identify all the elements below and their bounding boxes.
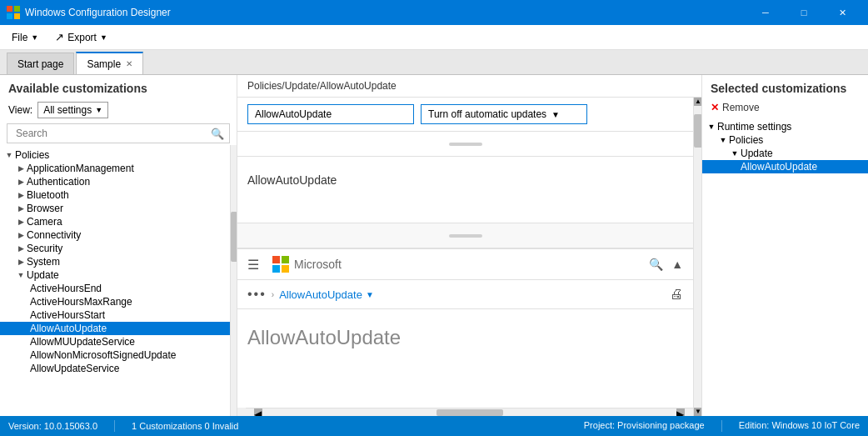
- minimize-button[interactable]: ─: [746, 0, 785, 25]
- ms-brand-label: Microsoft: [294, 258, 342, 271]
- center-content: AllowAutoUpdate Turn off automatic updat…: [237, 98, 693, 416]
- center-bottom-scroll: ◀ ▶: [237, 408, 693, 416]
- tree-item-appmanagement[interactable]: ▶ ApplicationManagement: [0, 162, 230, 175]
- file-menu[interactable]: File ▼: [3, 28, 47, 47]
- bluetooth-arrow: ▶: [15, 191, 27, 199]
- config-row: AllowAutoUpdate Turn off automatic updat…: [237, 98, 693, 132]
- main-layout: Available customizations View: All setti…: [0, 75, 868, 416]
- center-scroll-thumb[interactable]: [694, 114, 701, 148]
- tree-item-camera[interactable]: ▶ Camera: [0, 215, 230, 228]
- tree-item-security[interactable]: ▶ Security: [0, 242, 230, 255]
- status-customizations: 1 Customizations 0 Invalid: [132, 421, 238, 431]
- right-tree-runtime[interactable]: ▼ Runtime settings: [702, 120, 868, 133]
- ms-content: AllowAutoUpdate: [237, 309, 693, 366]
- search-bar: 🔍: [7, 123, 230, 143]
- ms-nav-link-arrow: ▼: [366, 290, 374, 299]
- selected-customizations-title: Selected customizations: [702, 75, 868, 98]
- system-arrow: ▶: [15, 258, 27, 266]
- camera-arrow: ▶: [15, 218, 27, 226]
- view-dropdown[interactable]: All settings ▼: [37, 102, 108, 118]
- start-page-tab[interactable]: Start page: [7, 53, 74, 74]
- tree-item-activehoursstart[interactable]: ActiveHoursStart: [0, 308, 230, 322]
- scroll-left-arrow[interactable]: ◀: [254, 408, 262, 417]
- authentication-arrow: ▶: [15, 178, 27, 186]
- ms-logo-area: ☰ Microsoft: [247, 256, 342, 273]
- left-panel: Available customizations View: All setti…: [0, 75, 237, 416]
- sample-tab[interactable]: Sample ✕: [76, 52, 143, 74]
- svg-rect-1: [14, 6, 20, 12]
- tree-item-browser[interactable]: ▶ Browser: [0, 202, 230, 215]
- tree-item-system[interactable]: ▶ System: [0, 255, 230, 268]
- tree-item-allowautoupdate[interactable]: AllowAutoUpdate: [0, 322, 230, 335]
- status-divider-2: [721, 420, 722, 432]
- search-icon[interactable]: 🔍: [211, 128, 224, 140]
- appmanagement-arrow: ▶: [15, 164, 27, 173]
- ms-square-blue: [272, 265, 280, 273]
- left-panel-inner: ▼ Policies ▶ ApplicationManagement ▶ Aut…: [0, 145, 237, 416]
- scroll-up-btn[interactable]: ▲: [694, 98, 701, 106]
- remove-button[interactable]: ✕ Remove: [702, 98, 868, 117]
- tree-item-allownonmicrosoftsigned[interactable]: AllowNonMicrosoftSignedUpdate: [0, 348, 230, 362]
- tree-item-bluetooth[interactable]: ▶ Bluetooth: [0, 188, 230, 202]
- tree-item-activehoursmaxrange[interactable]: ActiveHoursMaxRange: [0, 295, 230, 308]
- left-scrollbar[interactable]: [230, 145, 237, 416]
- ms-square-green: [282, 256, 289, 263]
- center-right-scrollbar[interactable]: ▲ ▼: [693, 98, 701, 416]
- svg-rect-0: [7, 6, 12, 12]
- ms-icons-right: 🔍 ▲: [649, 258, 683, 271]
- tree-item-connectivity[interactable]: ▶ Connectivity: [0, 228, 230, 242]
- tree-item-policies[interactable]: ▼ Policies: [0, 148, 230, 162]
- description-title: AllowAutoUpdate: [247, 173, 337, 187]
- export-menu[interactable]: ↗ Export ▼: [47, 28, 116, 47]
- right-tree-update[interactable]: ▼ Update: [702, 147, 868, 160]
- ms-nav-dots[interactable]: •••: [247, 287, 267, 302]
- right-tree-policies[interactable]: ▼ Policies: [702, 133, 868, 147]
- config-name-box[interactable]: AllowAutoUpdate: [247, 104, 414, 124]
- ms-square-red: [272, 256, 280, 263]
- ms-print-icon[interactable]: 🖨: [670, 287, 683, 302]
- right-update-arrow: ▼: [729, 149, 741, 158]
- scroll-down-btn[interactable]: ▼: [694, 408, 701, 416]
- right-panel: Selected customizations ✕ Remove ▼ Runti…: [701, 75, 868, 416]
- menu-bar: File ▼ ↗ Export ▼: [0, 25, 868, 50]
- ms-nav-left: ••• › AllowAutoUpdate ▼: [247, 287, 374, 302]
- close-button[interactable]: ✕: [823, 0, 861, 25]
- svg-rect-2: [7, 13, 12, 19]
- config-dropdown-arrow: ▼: [551, 110, 560, 119]
- search-input[interactable]: [12, 126, 211, 141]
- status-version: Version: 10.0.15063.0: [8, 421, 97, 431]
- tree-item-allowmuupdateservice[interactable]: AllowMUUpdateService: [0, 335, 230, 348]
- update-arrow: ▼: [15, 271, 27, 279]
- sample-tab-close[interactable]: ✕: [126, 59, 132, 68]
- ms-search-icon[interactable]: 🔍: [649, 258, 663, 271]
- h-scroll-thumb[interactable]: [436, 409, 503, 416]
- file-menu-arrow: ▼: [31, 33, 38, 42]
- policies-arrow: ▼: [3, 151, 15, 159]
- center-panel: Policies/Update/AllowAutoUpdate AllowAut…: [237, 75, 701, 416]
- scroll-right-arrow[interactable]: ▶: [676, 408, 685, 417]
- status-bar: Version: 10.0.15063.0 1 Customizations 0…: [0, 416, 868, 436]
- view-label: View:: [8, 104, 32, 116]
- breadcrumb: Policies/Update/AllowAutoUpdate: [237, 75, 701, 98]
- description-area: AllowAutoUpdate: [237, 157, 693, 223]
- maximize-button[interactable]: □: [785, 0, 823, 25]
- connectivity-arrow: ▶: [15, 231, 27, 239]
- hamburger-menu-icon[interactable]: ☰: [247, 257, 259, 273]
- available-customizations-title: Available customizations: [0, 75, 237, 98]
- browser-arrow: ▶: [15, 204, 27, 213]
- remove-x-icon: ✕: [711, 102, 719, 113]
- status-divider-1: [114, 420, 115, 432]
- left-scroll-thumb[interactable]: [231, 212, 237, 262]
- tree-item-activehoursend[interactable]: ActiveHoursEnd: [0, 282, 230, 295]
- right-policies-arrow: ▼: [717, 136, 729, 144]
- export-menu-arrow: ▼: [100, 33, 107, 42]
- tree-item-allowupdateservice[interactable]: AllowUpdateService: [0, 362, 230, 375]
- right-tree-allowautoupdate[interactable]: AllowAutoUpdate: [702, 160, 868, 173]
- tree-item-update[interactable]: ▼ Update: [0, 268, 230, 282]
- title-bar: Windows Configuration Designer ─ □ ✕: [0, 0, 868, 25]
- ms-nav-link[interactable]: AllowAutoUpdate ▼: [279, 288, 374, 301]
- config-value-dropdown[interactable]: Turn off automatic updates ▼: [421, 104, 587, 124]
- scroll-up-icon[interactable]: ▲: [671, 258, 683, 271]
- status-right: Project: Provisioning package Edition: W…: [584, 420, 860, 432]
- tree-item-authentication[interactable]: ▶ Authentication: [0, 175, 230, 188]
